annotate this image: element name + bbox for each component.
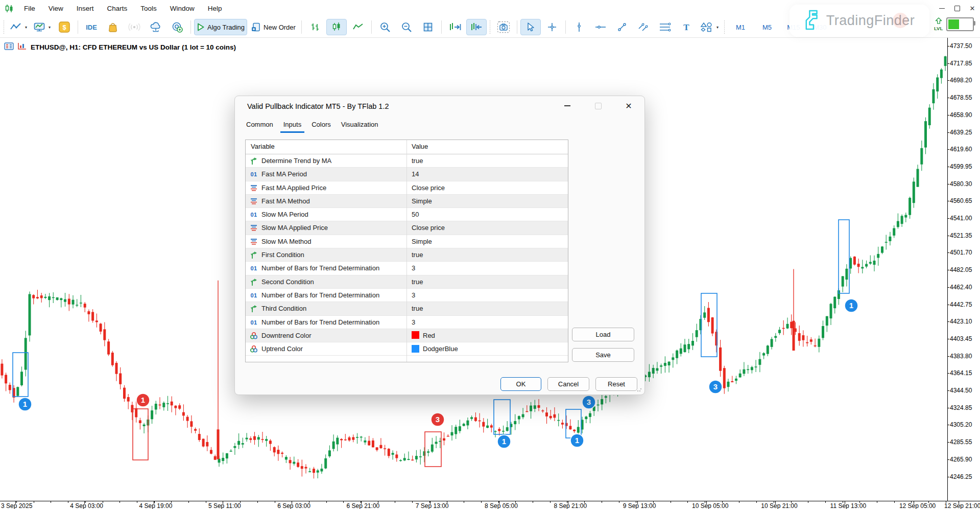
shapes-icon (700, 21, 713, 33)
market-watch-button[interactable]: $ (54, 19, 75, 35)
crosshair-button[interactable] (542, 19, 562, 35)
metaeditor-button[interactable]: IDE (81, 19, 102, 35)
market-button[interactable] (103, 19, 123, 35)
signals-button[interactable] (124, 19, 145, 35)
ok-button[interactable]: OK (500, 377, 541, 391)
new-order-button[interactable]: New Order (248, 19, 298, 35)
param-value[interactable]: true (412, 305, 423, 312)
menu-item-window[interactable]: Window (163, 0, 201, 17)
param-value[interactable]: true (412, 157, 423, 165)
toolbar-separator (301, 20, 302, 34)
enum-param-icon (248, 223, 259, 233)
trendline-icon (617, 22, 627, 32)
price-axis-label: 4324.85 (950, 404, 972, 412)
signals-icon (128, 22, 141, 32)
time-axis[interactable]: 3 Sep 20254 Sep 03:004 Sep 19:005 Sep 11… (0, 501, 980, 509)
zoom-out-button[interactable] (396, 19, 417, 35)
load-button[interactable]: Load (572, 328, 634, 341)
resize-grip[interactable] (637, 387, 642, 392)
time-axis-tick (68, 501, 68, 503)
menu-item-charts[interactable]: Charts (101, 0, 134, 17)
bar-chart-button[interactable] (305, 19, 325, 35)
menu-item-help[interactable]: Help (201, 0, 229, 17)
price-axis-label: 4305.20 (950, 421, 972, 429)
close-button[interactable]: ✕ (966, 2, 979, 15)
time-axis-tick (637, 501, 638, 504)
enum-param-icon (248, 183, 259, 193)
dialog-close-button[interactable]: ✕ (621, 99, 636, 112)
param-name: Number of Bars for Trend Determination (261, 291, 379, 299)
param-value[interactable]: 3 (412, 291, 415, 299)
chart-mode-dropdown[interactable]: ▾ (7, 19, 30, 35)
dialog-maximize-button[interactable] (590, 99, 606, 112)
param-value[interactable]: Red (412, 332, 435, 339)
param-value[interactable]: true (412, 278, 423, 286)
param-value[interactable]: 50 (412, 211, 419, 218)
tile-windows-button[interactable] (418, 19, 438, 35)
bool-param-icon (248, 277, 259, 287)
level-label: LVL (934, 26, 943, 31)
menu-item-tools[interactable]: Tools (134, 0, 163, 17)
price-axis[interactable]: 4737.504717.854698.204678.554658.904639.… (947, 37, 980, 501)
screenshot-button[interactable] (493, 19, 514, 35)
cancel-button[interactable]: Cancel (547, 377, 589, 391)
trendline-button[interactable] (612, 19, 632, 35)
auto-scroll-button[interactable] (466, 19, 487, 35)
param-value[interactable]: Simple (412, 238, 432, 245)
shapes-dropdown[interactable]: ▾ (698, 19, 721, 35)
param-value[interactable]: 3 (412, 318, 415, 326)
tab-visualization[interactable]: Visualization (338, 119, 381, 133)
param-value[interactable]: Close price (412, 184, 445, 192)
community-button[interactable] (167, 19, 187, 35)
param-value[interactable]: Close price (412, 224, 445, 232)
param-value[interactable]: 3 (412, 264, 415, 272)
param-name: Slow MA Method (261, 238, 312, 245)
dialog-tabs: CommonInputsColorsVisualization (243, 119, 381, 133)
param-name: Downtrend Color (261, 332, 312, 339)
level-progress-bar (946, 17, 974, 31)
save-button[interactable]: Save (572, 348, 634, 362)
menu-item-file[interactable]: File (17, 0, 42, 17)
line-chart-button[interactable] (348, 19, 368, 35)
price-axis-label: 4383.80 (950, 352, 972, 360)
fibonacci-button[interactable] (655, 19, 675, 35)
level-up-icon (935, 17, 943, 26)
candlestick-chart-button[interactable] (326, 19, 347, 35)
zoom-in-button[interactable] (375, 19, 395, 35)
cloud-button[interactable] (146, 19, 166, 35)
tab-colors[interactable]: Colors (308, 119, 334, 133)
shift-end-button[interactable] (445, 19, 465, 35)
param-value[interactable]: 14 (412, 170, 419, 178)
timeframe-M1-button[interactable]: M1 (728, 19, 753, 35)
dialog-minimize-button[interactable] (560, 99, 575, 112)
time-axis-tick (51, 501, 51, 503)
cursor-button[interactable] (520, 19, 541, 35)
chevron-down-icon: ▾ (25, 25, 27, 30)
restore-button[interactable] (950, 2, 964, 15)
toolbar-button-label: Algo Trading (207, 24, 245, 31)
indicators-dropdown[interactable]: ▾ (31, 19, 53, 35)
timeframe-M5-button[interactable]: M5 (754, 19, 780, 35)
time-axis-tick (481, 501, 482, 503)
quotes-icon[interactable] (4, 42, 14, 52)
time-axis-tick (550, 501, 551, 503)
chart-window-icon[interactable] (17, 42, 27, 52)
vertical-line-button[interactable] (569, 19, 589, 35)
equidistant-channel-button[interactable] (633, 19, 654, 35)
line-chart-icon (352, 22, 364, 32)
algo-trading-icon (197, 22, 205, 32)
equidistant-channel-icon (638, 22, 649, 32)
param-value[interactable]: Simple (412, 197, 432, 205)
time-axis-tick (257, 501, 258, 503)
tab-common[interactable]: Common (243, 119, 276, 133)
algo-trading-button[interactable]: Algo Trading (194, 19, 247, 35)
menu-item-insert[interactable]: Insert (70, 0, 101, 17)
reset-button[interactable]: Reset (595, 377, 637, 391)
minimize-button[interactable] (935, 2, 948, 15)
text-button[interactable]: T (676, 19, 697, 35)
horizontal-line-button[interactable] (590, 19, 611, 35)
param-value[interactable]: true (412, 251, 423, 259)
param-value[interactable]: DodgerBlue (412, 345, 458, 353)
tab-inputs[interactable]: Inputs (280, 119, 304, 133)
menu-item-view[interactable]: View (42, 0, 70, 17)
